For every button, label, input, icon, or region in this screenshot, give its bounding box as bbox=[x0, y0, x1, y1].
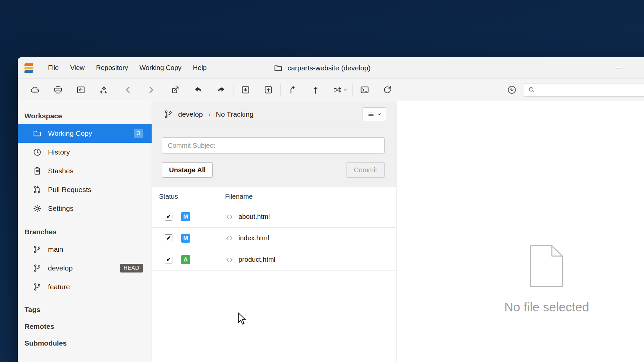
forward-button[interactable] bbox=[144, 82, 158, 97]
working-copy-count-badge: 3 bbox=[134, 129, 143, 138]
empty-state: No file selected bbox=[504, 245, 589, 314]
print-button[interactable] bbox=[51, 82, 65, 97]
status-badge: M bbox=[181, 212, 190, 221]
redo-icon bbox=[216, 85, 226, 95]
breadcrumb-bar: develop › No Tracking bbox=[152, 101, 396, 127]
sidebar-item-history[interactable]: History bbox=[18, 143, 152, 162]
app-icon bbox=[24, 62, 35, 74]
sidebar-header-workspace[interactable]: Workspace bbox=[18, 107, 152, 124]
filename: about.html bbox=[238, 213, 270, 221]
toolbar bbox=[18, 79, 644, 101]
compare-branches-icon bbox=[333, 85, 342, 95]
table-row[interactable]: M about.html bbox=[152, 206, 396, 228]
refresh-icon bbox=[382, 85, 392, 95]
gear-icon bbox=[33, 204, 42, 213]
app-window: File View Repository Working Copy Help c… bbox=[18, 57, 644, 362]
quick-actions-button[interactable] bbox=[96, 82, 111, 97]
folder-icon bbox=[273, 63, 283, 73]
menu-file[interactable]: File bbox=[43, 61, 63, 74]
sparkles-icon bbox=[99, 85, 109, 95]
terminal-button[interactable] bbox=[357, 82, 372, 97]
pane-options-button[interactable] bbox=[363, 107, 386, 121]
stage-checkbox[interactable] bbox=[165, 256, 172, 263]
stage-checkbox[interactable] bbox=[165, 234, 172, 242]
sidebar-branch-feature[interactable]: feature bbox=[18, 278, 152, 296]
commit-subject-input[interactable] bbox=[162, 137, 385, 154]
staged-files-table: Status Filename M about.html bbox=[152, 187, 396, 362]
sidebar-branch-develop[interactable]: develop HEAD bbox=[18, 259, 152, 278]
open-repo-button[interactable] bbox=[73, 82, 88, 97]
chevron-down-icon bbox=[343, 87, 347, 92]
sidebar-header-remotes[interactable]: Remotes bbox=[18, 318, 152, 335]
stash-save-button[interactable] bbox=[261, 82, 276, 97]
search-input[interactable] bbox=[538, 86, 644, 94]
unstage-all-button[interactable]: Unstage All bbox=[162, 162, 213, 178]
window-title: carparts-website (develop) bbox=[273, 57, 370, 79]
sidebar-item-working-copy[interactable]: Working Copy 3 bbox=[18, 124, 152, 143]
merge-menu-button[interactable] bbox=[333, 82, 347, 97]
table-row[interactable]: A product.html bbox=[152, 249, 396, 270]
document-icon bbox=[530, 245, 564, 288]
sidebar-item-pull-requests[interactable]: Pull Requests bbox=[18, 180, 152, 199]
menu-view[interactable]: View bbox=[65, 61, 89, 74]
cloud-button[interactable] bbox=[28, 82, 43, 97]
table-header-row: Status Filename bbox=[152, 187, 396, 206]
tray-up-icon bbox=[263, 85, 273, 95]
pull-icon bbox=[288, 85, 298, 95]
pull-button[interactable] bbox=[285, 82, 300, 97]
branch-label: develop bbox=[48, 264, 73, 272]
push-button[interactable] bbox=[308, 82, 323, 97]
branch-label: main bbox=[48, 245, 63, 253]
refresh-button[interactable] bbox=[380, 82, 395, 97]
menu-working-copy[interactable]: Working Copy bbox=[135, 61, 186, 74]
chevron-left-icon bbox=[123, 85, 133, 95]
arrow-out-icon bbox=[170, 85, 180, 95]
column-header-status: Status bbox=[152, 187, 219, 206]
stash-apply-button[interactable] bbox=[238, 82, 253, 97]
code-file-icon bbox=[225, 234, 234, 243]
download-circle-icon bbox=[507, 85, 517, 95]
undo-button[interactable] bbox=[191, 82, 206, 97]
head-badge: HEAD bbox=[120, 264, 143, 273]
stash-icon bbox=[33, 166, 42, 176]
search-box[interactable] bbox=[524, 83, 644, 97]
breadcrumb-separator: › bbox=[208, 110, 211, 118]
titlebar: File View Repository Working Copy Help c… bbox=[18, 57, 644, 79]
commit-button[interactable]: Commit bbox=[346, 162, 385, 178]
push-icon bbox=[311, 85, 321, 95]
window-title-text: carparts-website (develop) bbox=[287, 64, 370, 72]
sidebar-header-tags[interactable]: Tags bbox=[18, 301, 152, 318]
stage-checkbox[interactable] bbox=[165, 213, 172, 221]
sidebar-item-label: Settings bbox=[48, 204, 73, 213]
sidebar-item-settings[interactable]: Settings bbox=[18, 199, 152, 218]
sidebar-branch-main[interactable]: main bbox=[18, 240, 152, 259]
back-button[interactable] bbox=[121, 82, 136, 97]
cloud-icon bbox=[30, 85, 40, 95]
table-row[interactable]: M index.html bbox=[152, 228, 396, 249]
breadcrumb-branch: develop bbox=[178, 110, 203, 118]
column-header-filename: Filename bbox=[219, 193, 253, 200]
branch-icon bbox=[163, 109, 173, 119]
sidebar-item-label: Pull Requests bbox=[48, 186, 92, 194]
menu-repository[interactable]: Repository bbox=[91, 61, 133, 74]
checkout-button[interactable] bbox=[168, 82, 183, 97]
pull-request-icon bbox=[33, 185, 42, 194]
minimize-button[interactable] bbox=[613, 62, 625, 74]
sidebar-item-stashes[interactable]: Stashes bbox=[18, 162, 152, 180]
sidebar-header-branches[interactable]: Branches bbox=[18, 223, 152, 240]
terminal-icon bbox=[360, 85, 370, 95]
branch-label: feature bbox=[48, 283, 70, 291]
sidebar-header-submodules[interactable]: Submodules bbox=[18, 335, 152, 351]
branch-icon bbox=[33, 245, 42, 254]
sidebar-item-label: History bbox=[48, 148, 70, 156]
chevron-right-icon bbox=[146, 85, 156, 95]
commit-area: Unstage All Commit bbox=[152, 127, 396, 187]
status-badge: A bbox=[181, 255, 190, 264]
search-icon bbox=[528, 86, 536, 94]
fetch-button[interactable] bbox=[504, 82, 519, 97]
open-repo-icon bbox=[76, 85, 86, 95]
redo-button[interactable] bbox=[214, 82, 228, 97]
printer-icon bbox=[53, 85, 63, 95]
folder-icon bbox=[33, 129, 42, 138]
menu-help[interactable]: Help bbox=[188, 61, 211, 74]
